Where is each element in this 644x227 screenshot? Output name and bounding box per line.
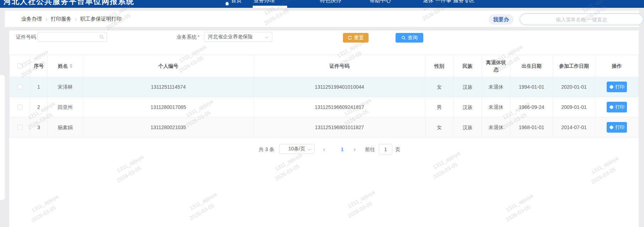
nav-item-2[interactable]: 业务办理 bbox=[253, 0, 275, 4]
row-checkbox[interactable] bbox=[17, 105, 22, 110]
table-cell: 131125196609241817 bbox=[254, 97, 425, 117]
table-cell: 131125196801011827 bbox=[254, 117, 425, 137]
row-action-cell: 打印 bbox=[595, 117, 638, 137]
table-cell: 女 bbox=[425, 77, 454, 97]
nav-item-4[interactable]: 帮助中心 bbox=[370, 0, 391, 4]
column-header: 姓名 bbox=[48, 55, 83, 77]
row-action-cell: 打印 bbox=[595, 97, 638, 117]
site-title: 河北人社公共服务平台单位网报系统 bbox=[4, 0, 134, 6]
table-cell: 女 bbox=[425, 117, 454, 137]
print-button[interactable]: 打印 bbox=[607, 82, 627, 92]
table-cell: 2009-01-01 bbox=[553, 97, 595, 117]
table-cell: 汉族 bbox=[454, 77, 482, 97]
i-want-to-do-button[interactable]: 我要办 bbox=[489, 14, 514, 25]
column-header: 参加工作日期 bbox=[553, 55, 595, 77]
breadcrumb-item[interactable]: 业务办理 bbox=[21, 16, 42, 22]
table-cell: 杨素娟 bbox=[48, 117, 83, 137]
printer-icon bbox=[609, 105, 614, 109]
column-header: 性别 bbox=[425, 55, 454, 77]
required-mark: * bbox=[198, 34, 199, 40]
table-cell: 汉族 bbox=[454, 117, 482, 137]
column-header: 证件号码 bbox=[254, 55, 425, 77]
table-cell: 3 bbox=[30, 117, 48, 137]
column-header: 操作 bbox=[595, 55, 638, 77]
home-icon bbox=[225, 1, 230, 6]
business-system-value: 河北省企业养老保险 bbox=[208, 34, 253, 40]
column-header: 序号 bbox=[30, 55, 48, 77]
table-cell: 1994-01-01 bbox=[510, 77, 553, 97]
total-count: 共 3 条 bbox=[259, 146, 274, 153]
prev-page-button[interactable]: ‹ bbox=[319, 144, 329, 155]
table-row: 2田亚州1311280017085131125196609241817男汉族未退… bbox=[10, 97, 638, 117]
table-header-row: 序号姓名个人编号证件号码性别民族离退休状态出生日期参加工作日期操作 bbox=[10, 55, 638, 77]
menu-search-input[interactable] bbox=[520, 13, 643, 25]
chevron-down-icon bbox=[308, 147, 311, 151]
breadcrumb: 业务办理›打印服务›职工参保证明打印 bbox=[21, 16, 122, 22]
row-select-cell bbox=[10, 77, 30, 97]
column-header: 民族 bbox=[454, 55, 482, 77]
printer-icon bbox=[609, 125, 614, 129]
print-button[interactable]: 打印 bbox=[607, 122, 627, 133]
table-cell: 未退休 bbox=[482, 117, 510, 137]
nav-item-3[interactable]: 特色快办 bbox=[320, 0, 341, 4]
table-cell: 131125199401010044 bbox=[254, 77, 425, 97]
reset-button[interactable]: 重置 bbox=[343, 33, 369, 43]
goto-unit-label: 页 bbox=[395, 146, 400, 153]
table-cell: 2014-07-01 bbox=[553, 117, 595, 137]
table-cell: 1968-01-01 bbox=[510, 117, 553, 137]
column-header: 出生日期 bbox=[510, 55, 553, 77]
page: 河北人社公共服务平台单位网报系统 首页业务办理特色快办帮助中心退休“一件事”服务… bbox=[0, 0, 644, 227]
current-page-button[interactable]: 1 bbox=[337, 144, 348, 155]
goto-page-input[interactable] bbox=[379, 144, 392, 155]
search-icon bbox=[401, 35, 406, 40]
table-cell: 未退休 bbox=[482, 77, 510, 97]
id-number-field-wrap bbox=[37, 32, 107, 42]
table-cell: 2 bbox=[30, 97, 48, 117]
select-all-checkbox[interactable] bbox=[17, 63, 22, 68]
table-cell: 田亚州 bbox=[48, 97, 83, 117]
table-row: 1宋泽林1311251114574131125199401010044女汉族未退… bbox=[10, 77, 638, 97]
row-action-cell: 打印 bbox=[595, 77, 638, 97]
search-icon bbox=[99, 34, 104, 39]
nav-item-1[interactable]: 首页 bbox=[225, 0, 242, 6]
breadcrumb-item[interactable]: 打印服务 bbox=[51, 16, 71, 22]
table-cell: 1966-09-24 bbox=[510, 97, 553, 117]
id-number-label: 证件号码 bbox=[16, 34, 36, 40]
table-cell: 1311280021035 bbox=[83, 117, 254, 137]
top-navbar: 河北人社公共服务平台单位网报系统 首页业务办理特色快办帮助中心退休“一件事”服务… bbox=[0, 0, 644, 8]
table-cell: 2020-01-01 bbox=[553, 77, 595, 97]
row-select-cell bbox=[10, 117, 30, 137]
nav-item-5[interactable]: 退休“一件事”服务专区 bbox=[423, 0, 474, 4]
breadcrumb-item: 职工参保证明打印 bbox=[80, 16, 122, 22]
row-select-cell bbox=[10, 97, 30, 117]
query-button[interactable]: 查询 bbox=[396, 33, 423, 43]
breadcrumb-separator: › bbox=[75, 16, 77, 22]
results-table: 序号姓名个人编号证件号码性别民族离退休状态出生日期参加工作日期操作1宋泽林131… bbox=[9, 55, 639, 138]
page-size-select[interactable]: 10条/页 bbox=[279, 144, 315, 154]
id-number-input[interactable] bbox=[37, 32, 107, 42]
breadcrumb-separator: › bbox=[45, 16, 47, 22]
collapsed-sidebar-handle[interactable] bbox=[0, 74, 5, 200]
table-cell: 汉族 bbox=[454, 97, 482, 117]
business-system-select[interactable]: 河北省企业养老保险 bbox=[204, 32, 272, 42]
column-header: 离退休状态 bbox=[482, 55, 510, 77]
table-cell: 1 bbox=[30, 77, 48, 97]
active-menu-underline bbox=[253, 6, 287, 8]
table-cell: 1311251114574 bbox=[83, 77, 254, 97]
next-page-button[interactable]: › bbox=[350, 144, 360, 155]
business-system-label: 业务系统* bbox=[177, 34, 199, 40]
select-all-cell bbox=[10, 55, 30, 77]
table-cell: 1311280017085 bbox=[83, 97, 254, 117]
printer-icon bbox=[609, 85, 614, 89]
pagination: 共 3 条 10条/页 ‹ 1 › 前往 页 bbox=[0, 144, 644, 155]
chevron-down-icon bbox=[265, 35, 269, 39]
row-checkbox[interactable] bbox=[17, 84, 22, 89]
table-cell: 未退休 bbox=[482, 97, 510, 117]
sort-caret-icon[interactable] bbox=[70, 64, 73, 68]
table-cell: 宋泽林 bbox=[48, 77, 83, 97]
row-checkbox[interactable] bbox=[17, 125, 22, 130]
breadcrumb-bar: 业务办理›打印服务›职工参保证明打印 我要办 bbox=[5, 11, 639, 27]
table-cell: 男 bbox=[425, 97, 454, 117]
print-button[interactable]: 打印 bbox=[607, 102, 627, 112]
goto-label: 前往 bbox=[365, 146, 375, 153]
